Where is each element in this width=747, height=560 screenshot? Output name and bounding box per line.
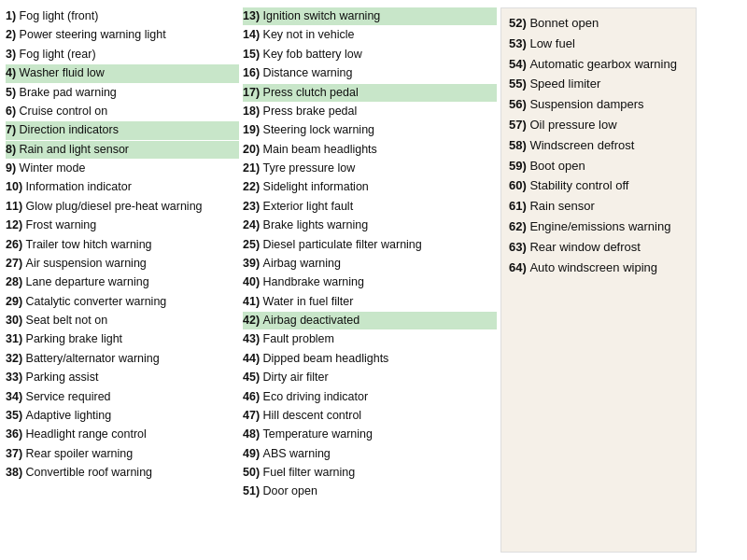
list-item: 41) Water in fuel filter bbox=[243, 293, 497, 311]
list-item: 19) Steering lock warning bbox=[243, 121, 497, 139]
item-text: Battery/alternator warning bbox=[26, 352, 160, 365]
item-text: Sidelight information bbox=[263, 180, 369, 193]
item-text: Service required bbox=[26, 390, 111, 403]
list-item: 4) Washer fluid low bbox=[6, 64, 239, 82]
item-text: Suspension dampers bbox=[529, 97, 643, 111]
item-text: Main beam headlights bbox=[263, 143, 377, 156]
item-text: Rain sensor bbox=[529, 199, 594, 213]
item-number: 28) bbox=[6, 275, 26, 288]
main-container: 1) Fog light (front)2) Power steering wa… bbox=[0, 0, 747, 560]
item-text: Oil pressure low bbox=[529, 118, 616, 132]
item-number: 61) bbox=[509, 199, 529, 213]
list-item: 37) Rear spoiler warning bbox=[6, 445, 239, 463]
item-number: 58) bbox=[509, 138, 529, 152]
item-number: 49) bbox=[243, 447, 263, 460]
item-number: 47) bbox=[243, 409, 263, 422]
list-item: 64) Auto windscreen wiping bbox=[509, 259, 688, 278]
item-number: 15) bbox=[243, 48, 263, 61]
item-number: 3) bbox=[6, 48, 20, 61]
item-number: 19) bbox=[243, 123, 263, 136]
item-number: 6) bbox=[6, 105, 20, 118]
column-2: 13) Ignition switch warning14) Key not i… bbox=[243, 7, 497, 553]
item-number: 57) bbox=[509, 118, 529, 132]
list-item: 61) Rain sensor bbox=[509, 197, 688, 217]
item-number: 55) bbox=[509, 77, 529, 91]
list-item: 43) Fault problem bbox=[243, 330, 497, 348]
item-text: Speed limiter bbox=[529, 77, 600, 91]
list-item: 20) Main beam headlights bbox=[243, 141, 497, 159]
item-text: Handbrake warning bbox=[263, 275, 364, 288]
item-text: Fuel filter warning bbox=[263, 466, 356, 479]
list-item: 58) Windscreen defrost bbox=[509, 136, 688, 156]
list-item: 52) Bonnet open bbox=[509, 14, 688, 34]
item-number: 13) bbox=[243, 9, 263, 22]
list-item: 25) Diesel particulate filter warning bbox=[243, 236, 497, 254]
item-text: Hill descent control bbox=[263, 409, 362, 422]
item-text: Windscreen defrost bbox=[529, 138, 634, 152]
item-text: Fault problem bbox=[263, 332, 334, 345]
item-number: 32) bbox=[6, 352, 26, 365]
item-number: 60) bbox=[509, 178, 529, 192]
list-item: 18) Press brake pedal bbox=[243, 103, 497, 120]
item-number: 52) bbox=[509, 16, 529, 30]
list-item: 29) Catalytic converter warning bbox=[6, 293, 239, 311]
item-text: Convertible roof warning bbox=[26, 466, 153, 479]
item-number: 11) bbox=[6, 200, 26, 213]
item-number: 37) bbox=[6, 447, 26, 460]
item-number: 54) bbox=[509, 57, 529, 71]
item-number: 22) bbox=[243, 180, 263, 193]
item-text: Distance warning bbox=[263, 66, 353, 79]
item-number: 31) bbox=[6, 332, 26, 345]
item-number: 45) bbox=[243, 371, 263, 384]
item-text: Rain and light sensor bbox=[20, 143, 129, 156]
item-number: 2) bbox=[6, 28, 20, 41]
list-item: 8) Rain and light sensor bbox=[6, 141, 239, 159]
item-number: 63) bbox=[509, 240, 529, 254]
item-number: 8) bbox=[6, 143, 20, 156]
list-item: 33) Parking assist bbox=[6, 369, 239, 386]
item-number: 7) bbox=[6, 123, 20, 136]
list-item: 60) Stability control off bbox=[509, 176, 688, 196]
item-number: 17) bbox=[243, 86, 263, 99]
list-item: 44) Dipped beam headlights bbox=[243, 350, 497, 368]
list-item: 63) Rear window defrost bbox=[509, 238, 688, 258]
item-text: Water in fuel filter bbox=[263, 295, 354, 308]
item-text: Airbag warning bbox=[263, 257, 341, 270]
item-text: Exterior light fault bbox=[263, 200, 354, 213]
item-number: 30) bbox=[6, 314, 26, 327]
list-item: 10) Information indicator bbox=[6, 178, 239, 196]
item-text: Engine/emissions warning bbox=[529, 219, 670, 233]
item-number: 20) bbox=[243, 143, 263, 156]
item-text: Information indicator bbox=[26, 180, 132, 193]
list-item: 51) Door open bbox=[243, 483, 497, 500]
item-number: 23) bbox=[243, 200, 263, 213]
item-number: 48) bbox=[243, 427, 263, 441]
item-text: Rear spoiler warning bbox=[26, 447, 134, 460]
item-text: Automatic gearbox warning bbox=[529, 57, 677, 71]
list-item: 14) Key not in vehicle bbox=[243, 26, 497, 44]
item-text: Diesel particulate filter warning bbox=[263, 238, 422, 251]
item-text: Direction indicators bbox=[20, 123, 119, 136]
item-number: 34) bbox=[6, 390, 26, 403]
item-number: 64) bbox=[509, 260, 529, 274]
item-number: 33) bbox=[6, 371, 26, 384]
item-number: 27) bbox=[6, 257, 26, 270]
list-item: 31) Parking brake light bbox=[6, 330, 239, 348]
list-item: 9) Winter mode bbox=[6, 160, 239, 177]
list-item: 2) Power steering warning light bbox=[6, 26, 239, 44]
item-number: 51) bbox=[243, 484, 263, 497]
item-text: Washer fluid low bbox=[20, 66, 105, 79]
item-text: Headlight range control bbox=[26, 427, 147, 441]
list-item: 7) Direction indicators bbox=[6, 121, 239, 139]
item-text: Fog light (rear) bbox=[20, 48, 96, 61]
column-1: 1) Fog light (front)2) Power steering wa… bbox=[6, 7, 239, 553]
item-text: Rear window defrost bbox=[529, 240, 641, 254]
list-item: 34) Service required bbox=[6, 388, 239, 406]
item-text: Ignition switch warning bbox=[263, 9, 381, 22]
item-number: 35) bbox=[6, 409, 26, 422]
item-text: Catalytic converter warning bbox=[26, 295, 167, 308]
list-item: 54) Automatic gearbox warning bbox=[509, 55, 688, 75]
list-item: 35) Adaptive lighting bbox=[6, 407, 239, 425]
item-text: Adaptive lighting bbox=[26, 409, 112, 422]
item-number: 5) bbox=[6, 86, 20, 99]
